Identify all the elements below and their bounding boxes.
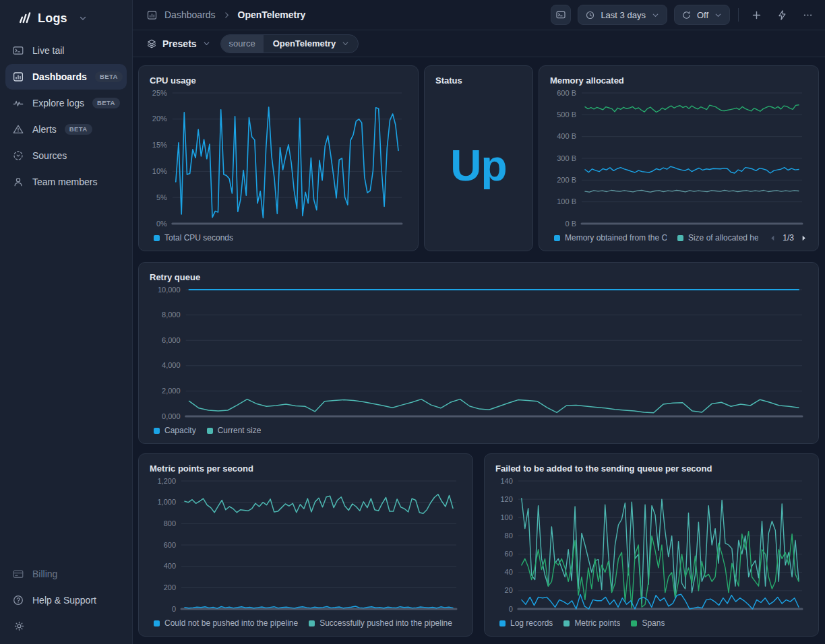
svg-text:600: 600 [164, 541, 176, 549]
sidebar: Logs Live tail Dashboards BETA [0, 0, 133, 644]
legend-label: Metric points [574, 618, 620, 628]
legend-label: Current size [218, 426, 262, 435]
svg-text:140: 140 [500, 477, 512, 485]
svg-text:20: 20 [505, 586, 513, 594]
legend-item[interactable]: Total CPU seconds [154, 233, 233, 243]
dashboards-breadcrumb-icon [146, 9, 158, 21]
svg-text:200 B: 200 B [557, 176, 576, 184]
svg-text:100 B: 100 B [557, 197, 576, 205]
sidebar-item-label: Help & Support [32, 595, 96, 606]
chevron-down-icon [651, 11, 660, 20]
pager-label: 1/3 [783, 233, 794, 243]
legend-item[interactable]: Successfully pushed into the pipeline [309, 618, 452, 628]
legend-item[interactable]: Could not be pushed into the pipeline [154, 618, 298, 628]
cpu-usage-chart[interactable]: 0%5%10%15%20%25% [150, 87, 407, 230]
svg-text:40: 40 [505, 568, 513, 576]
sources-icon [12, 150, 24, 162]
logo-icon [18, 11, 32, 26]
credit-card-icon [12, 568, 24, 580]
chart-legend: Total CPU seconds [150, 230, 407, 245]
chart-legend: Capacity Current size [150, 423, 807, 438]
svg-text:60: 60 [505, 550, 513, 558]
legend-color-chip [207, 428, 213, 434]
sidebar-item-live-tail[interactable]: Live tail [5, 38, 127, 63]
card-title: CPU usage [150, 73, 407, 86]
sidebar-item-billing[interactable]: Billing [5, 561, 127, 587]
svg-text:0: 0 [509, 605, 513, 613]
sidebar-item-team-members[interactable]: Team members [5, 169, 127, 195]
memory-allocated-chart[interactable]: 0 B100 B200 B300 B400 B500 B600 B [550, 87, 807, 230]
legend-item[interactable]: Memory obtained from the OS [554, 233, 667, 243]
source-filter-chip[interactable]: source OpenTelemetry [220, 34, 359, 53]
dashboards-icon [12, 71, 24, 83]
chevron-right-icon [222, 11, 231, 20]
svg-text:5%: 5% [156, 193, 167, 201]
legend-item[interactable]: Size of allocated hea [677, 233, 758, 243]
clock-icon [585, 10, 595, 20]
sidebar-item-help-support[interactable]: Help & Support [5, 587, 127, 613]
legend-item[interactable]: Spans [631, 618, 665, 628]
sync-icon [681, 10, 692, 20]
legend-color-chip [563, 620, 570, 626]
legend-color-chip [677, 235, 683, 241]
pager-prev-icon[interactable] [769, 234, 776, 242]
breadcrumb-section[interactable]: Dashboards [164, 9, 216, 20]
sending-queue-failures-chart[interactable]: 020406080100120140 [495, 475, 807, 616]
legend-label: Size of allocated hea [688, 233, 758, 243]
filter-key: source [221, 35, 264, 53]
sun-icon[interactable] [13, 620, 127, 632]
breadcrumb-page: OpenTelemetry [238, 9, 306, 20]
svg-text:0,000: 0,000 [162, 412, 181, 420]
chevron-down-icon [202, 39, 211, 48]
svg-text:0 B: 0 B [565, 220, 576, 228]
svg-text:20%: 20% [152, 115, 167, 123]
topbar: Dashboards OpenTelemetry Last 3 days [133, 0, 825, 30]
svg-text:6,000: 6,000 [162, 336, 181, 344]
breadcrumb: Dashboards OpenTelemetry [146, 9, 305, 21]
svg-text:2,000: 2,000 [162, 387, 181, 395]
auto-refresh-button[interactable]: Off [674, 5, 730, 25]
retry-queue-chart[interactable]: 0,0002,0004,0006,0008,00010,000 [150, 284, 807, 423]
legend-item[interactable]: Capacity [154, 426, 196, 435]
app-logo[interactable]: Logs [0, 0, 132, 36]
card-title: Status [435, 73, 522, 86]
add-panel-button[interactable] [747, 5, 766, 24]
chart-legend: Could not be pushed into the pipeline Su… [150, 616, 462, 631]
dashboard-content: CPU usage 0%5%10%15%20%25% Total CPU sec… [133, 57, 825, 644]
pager-next-icon[interactable] [800, 234, 807, 242]
legend-label: Memory obtained from the OS [565, 233, 667, 243]
legend-label: Log records [510, 618, 553, 628]
sidebar-item-label: Alerts [32, 124, 57, 135]
topbar-actions: Last 3 days Off [551, 5, 817, 25]
warning-triangle-icon [12, 123, 24, 135]
chart-legend: Memory obtained from the OS Size of allo… [550, 230, 807, 245]
lightning-button[interactable] [772, 5, 791, 24]
sidebar-item-explore-logs[interactable]: Explore logs BETA [5, 90, 127, 116]
legend-item[interactable]: Current size [207, 426, 262, 435]
beta-badge: BETA [65, 124, 92, 135]
svg-text:400 B: 400 B [557, 132, 576, 140]
legend-item[interactable]: Metric points [563, 618, 620, 628]
person-icon [12, 176, 24, 188]
svg-text:400: 400 [164, 562, 176, 570]
svg-text:100: 100 [500, 513, 512, 521]
time-range-button[interactable]: Last 3 days [578, 5, 667, 25]
sidebar-item-sources[interactable]: Sources [5, 143, 127, 168]
legend-color-chip [154, 620, 160, 626]
time-range-label: Last 3 days [601, 10, 646, 20]
more-options-button[interactable] [798, 5, 817, 24]
presets-dropdown[interactable]: Presets [146, 38, 211, 49]
metric-points-chart[interactable]: 02004006008001,0001,200 [150, 475, 462, 616]
card-title: Metric points per second [150, 461, 462, 474]
sidebar-item-label: Team members [32, 176, 97, 187]
sidebar-item-dashboards[interactable]: Dashboards BETA [5, 64, 127, 90]
theme-row [5, 614, 127, 640]
legend-item[interactable]: Log records [499, 618, 553, 628]
card-title: Memory allocated [550, 73, 807, 86]
sidebar-item-label: Explore logs [32, 98, 84, 108]
live-tail-terminal-button[interactable] [551, 5, 571, 25]
svg-text:0: 0 [172, 605, 176, 613]
svg-text:800: 800 [164, 519, 176, 527]
sidebar-item-alerts[interactable]: Alerts BETA [5, 117, 127, 142]
svg-text:80: 80 [505, 532, 513, 540]
